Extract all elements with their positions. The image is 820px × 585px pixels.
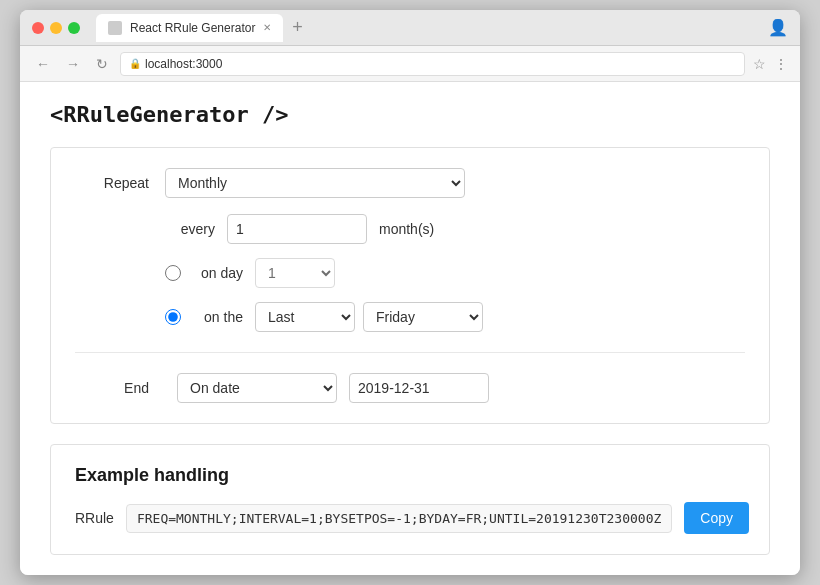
radio-on-the[interactable]	[165, 309, 181, 325]
rrule-value: FREQ=MONTHLY;INTERVAL=1;BYSETPOS=-1;BYDA…	[126, 504, 672, 533]
on-the-day-select[interactable]: Monday Tuesday Wednesday Thursday Friday…	[363, 302, 483, 332]
on-day-row: on day 1	[165, 258, 745, 288]
page-content: <RRuleGenerator /> Repeat Daily Weekly M…	[20, 82, 800, 575]
end-row: End Never On date After	[75, 373, 745, 403]
toolbar: ← → ↻ 🔒 localhost:3000 ☆ ⋮	[20, 46, 800, 82]
copy-button[interactable]: Copy	[684, 502, 749, 534]
maximize-button[interactable]	[68, 22, 80, 34]
forward-button[interactable]: →	[62, 54, 84, 74]
every-label: every	[165, 221, 215, 237]
end-date-input[interactable]	[349, 373, 489, 403]
form-divider	[75, 352, 745, 353]
example-title: Example handling	[75, 465, 745, 486]
radio-on-day[interactable]	[165, 265, 181, 281]
tab-label: React RRule Generator	[130, 21, 255, 35]
end-select[interactable]: Never On date After	[177, 373, 337, 403]
browser-window: React RRule Generator ✕ + 👤 ← → ↻ 🔒 loca…	[20, 10, 800, 575]
page-title: <RRuleGenerator />	[50, 102, 770, 127]
tab-area: React RRule Generator ✕ +	[96, 14, 760, 42]
every-input[interactable]	[227, 214, 367, 244]
traffic-lights	[32, 22, 80, 34]
refresh-button[interactable]: ↻	[92, 54, 112, 74]
on-the-position-select[interactable]: First Second Third Fourth Last	[255, 302, 355, 332]
url-text: localhost:3000	[145, 57, 222, 71]
on-day-select[interactable]: 1	[255, 258, 335, 288]
on-day-label: on day	[193, 265, 243, 281]
on-the-selects: First Second Third Fourth Last Monday Tu…	[255, 302, 483, 332]
minimize-button[interactable]	[50, 22, 62, 34]
on-the-label: on the	[193, 309, 243, 325]
example-card: Example handling RRule FREQ=MONTHLY;INTE…	[50, 444, 770, 555]
repeat-row: Repeat Daily Weekly Monthly Yearly	[75, 168, 745, 198]
sub-rows: every month(s) on day 1 on the	[165, 214, 745, 332]
repeat-label: Repeat	[75, 175, 165, 191]
form-card: Repeat Daily Weekly Monthly Yearly every…	[50, 147, 770, 424]
every-row: every month(s)	[165, 214, 745, 244]
tab-favicon	[108, 21, 122, 35]
url-bar[interactable]: 🔒 localhost:3000	[120, 52, 745, 76]
new-tab-button[interactable]: +	[283, 14, 311, 42]
back-button[interactable]: ←	[32, 54, 54, 74]
tab-close-icon[interactable]: ✕	[263, 22, 271, 33]
toolbar-icons: ☆ ⋮	[753, 56, 788, 72]
rrule-label: RRule	[75, 510, 114, 526]
lock-icon: 🔒	[129, 58, 141, 69]
on-the-row: on the First Second Third Fourth Last Mo…	[165, 302, 745, 332]
rrule-row: RRule FREQ=MONTHLY;INTERVAL=1;BYSETPOS=-…	[75, 502, 745, 534]
menu-icon[interactable]: ⋮	[774, 56, 788, 72]
star-icon[interactable]: ☆	[753, 56, 766, 72]
browser-tab[interactable]: React RRule Generator ✕	[96, 14, 283, 42]
title-bar: React RRule Generator ✕ + 👤	[20, 10, 800, 46]
end-label: End	[75, 380, 165, 396]
repeat-select[interactable]: Daily Weekly Monthly Yearly	[165, 168, 465, 198]
user-icon: 👤	[768, 18, 788, 37]
every-unit: month(s)	[379, 221, 434, 237]
close-button[interactable]	[32, 22, 44, 34]
